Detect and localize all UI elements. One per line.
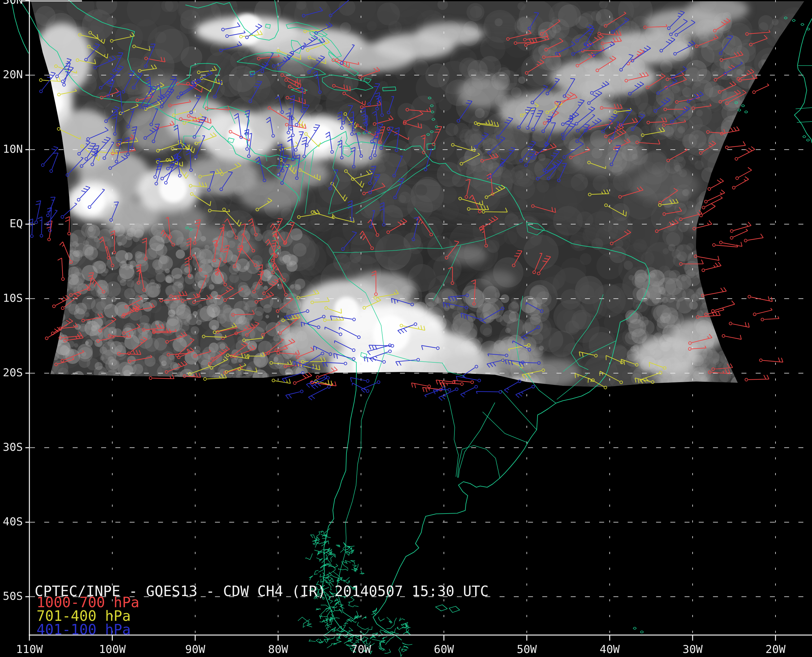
pressure-level-legend: 1000-700 hPa 701-400 hPa 401-100 hPa [36, 595, 139, 636]
satellite-swath [14, 0, 812, 401]
lon-label: 100W [99, 643, 126, 655]
lat-label: 10N [3, 143, 23, 155]
lat-label: 10S [3, 291, 23, 304]
lat-label: 20N [3, 68, 23, 81]
lon-label: 50W [517, 643, 537, 655]
lon-label: 30W [683, 643, 703, 655]
legend-item-high: 401-100 hPa [36, 623, 139, 636]
lat-label: 30N [3, 0, 23, 6]
lon-label: 70W [351, 643, 371, 655]
legend-item-low: 1000-700 hPa [36, 595, 139, 609]
lon-label: 60W [434, 643, 454, 655]
lat-label: 30S [3, 441, 23, 453]
lat-label: EQ [9, 217, 23, 230]
lon-label: 90W [185, 643, 205, 655]
legend-item-mid: 701-400 hPa [36, 609, 139, 623]
lon-label: 80W [268, 643, 288, 655]
lon-label: 40W [600, 643, 620, 655]
lon-label: 110W [16, 643, 43, 655]
satellite-weather-map: 30N20N10NEQ10S20S30S40S50S110W100W90W80W… [0, 0, 812, 657]
lat-label: 20S [3, 366, 23, 379]
lat-label: 50S [3, 590, 23, 602]
lon-label: 20W [765, 643, 786, 655]
satellite-map-canvas: 30N20N10NEQ10S20S30S40S50S110W100W90W80W… [0, 0, 812, 657]
lat-label: 40S [3, 515, 23, 528]
